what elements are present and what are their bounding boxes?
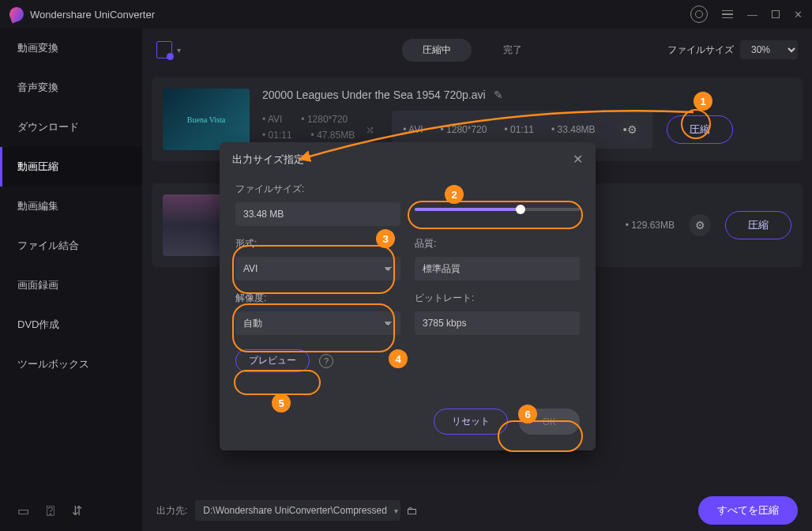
account-icon[interactable] (690, 6, 708, 23)
output-path-input[interactable] (195, 500, 400, 521)
file-name: 20000 Leagues Under the Sea 1954 720p.av… (262, 88, 486, 101)
tab-completed[interactable]: 完了 (503, 43, 522, 57)
close-icon[interactable]: ✕ (794, 9, 803, 21)
top-toolbar: ▾ 圧縮中 完了 ファイルサイズ 30% (142, 28, 812, 71)
minimize-icon[interactable]: — (747, 9, 757, 21)
out-res: 1280*720 (440, 124, 487, 135)
titlebar: Wondershare UniConverter — ✕ (0, 0, 812, 28)
filesize-select[interactable]: 30% (740, 40, 798, 59)
compress-button[interactable]: 圧縮 (667, 115, 733, 144)
resolution-select[interactable]: 自動 (235, 311, 400, 335)
quality-input[interactable] (415, 257, 580, 281)
edit-name-icon[interactable]: ✎ (494, 88, 503, 101)
sidebar-item-audio-convert[interactable]: 音声変換 (0, 68, 142, 107)
shuffle-icon: ⤭ (366, 124, 374, 136)
out-dur: 01:11 (504, 124, 534, 135)
compress-all-button[interactable]: すべてを圧縮 (698, 496, 798, 525)
app-title: Wondershare UniConverter (30, 9, 690, 21)
annotation-1: 1 (694, 92, 712, 111)
sidebar-item-video-convert[interactable]: 動画変換 (0, 28, 142, 68)
file-settings-icon[interactable]: ⚙ (689, 214, 711, 236)
filesize-label: ファイルサイズ (667, 43, 734, 57)
sidebar: 動画変換 音声変換 ダウンロード 動画圧縮 動画編集 ファイル結合 画面録画 D… (0, 28, 142, 531)
sidebar-item-screen-record[interactable]: 画面録画 (0, 266, 142, 305)
bitrate-input[interactable] (415, 311, 580, 335)
add-file-button[interactable] (156, 41, 172, 58)
sidebar-item-video-compress[interactable]: 動画圧縮 (0, 147, 142, 186)
out-size: 33.48MB (551, 124, 596, 135)
compress-button[interactable]: 圧縮 (725, 211, 791, 239)
maximize-icon[interactable] (772, 10, 780, 18)
src-size: 47.85MB (311, 130, 355, 141)
src-dur: 01:11 (262, 130, 292, 141)
out-format: AVI (403, 124, 423, 135)
filesize-field-label: ファイルサイズ: (235, 183, 400, 196)
output-dest-label: 出力先: (156, 504, 187, 518)
src-res: 1280*720 (301, 114, 348, 125)
open-folder-icon[interactable]: 🗀 (406, 504, 417, 517)
app-logo-icon (7, 5, 25, 23)
annotation-4: 4 (389, 349, 408, 368)
sidebar-item-download[interactable]: ダウンロード (0, 107, 142, 147)
help-icon[interactable]: ⍰ (47, 503, 55, 518)
filesize-slider[interactable] (415, 208, 580, 211)
add-file-dropdown-icon[interactable]: ▾ (177, 46, 181, 55)
sidebar-item-toolbox[interactable]: ツールボックス (0, 345, 142, 384)
annotation-5: 5 (272, 394, 291, 412)
annotation-3: 3 (376, 229, 395, 248)
preview-button[interactable]: プレビュー (235, 349, 310, 372)
modal-title: 出力サイズ指定 (232, 153, 573, 167)
src-format: AVI (262, 114, 282, 125)
filesize-input[interactable] (235, 202, 400, 226)
tab-compressing[interactable]: 圧縮中 (402, 39, 472, 62)
file-settings-icon[interactable]: ⚙ (619, 119, 641, 141)
resolution-field-label: 解像度: (235, 292, 400, 305)
feedback-icon[interactable]: ⇵ (72, 503, 82, 518)
path-dropdown-icon[interactable]: ▾ (394, 507, 398, 515)
format-select[interactable]: AVI (235, 257, 400, 281)
out-size: 129.63MB (631, 220, 675, 231)
preview-help-icon[interactable]: ? (319, 354, 333, 368)
sidebar-item-video-edit[interactable]: 動画編集 (0, 186, 142, 226)
annotation-6: 6 (518, 405, 537, 424)
sidebar-item-dvd[interactable]: DVD作成 (0, 305, 142, 345)
sidebar-item-file-merge[interactable]: ファイル結合 (0, 226, 142, 266)
reset-button[interactable]: リセット (434, 409, 508, 435)
quality-field-label: 品質: (415, 237, 580, 250)
guide-icon[interactable]: ▭ (17, 503, 29, 518)
bottom-bar: 出力先: ▾ 🗀 すべてを圧縮 (142, 490, 812, 531)
file-thumbnail: Buena Vista (163, 88, 250, 150)
annotation-2: 2 (445, 185, 464, 204)
menu-icon[interactable] (722, 10, 733, 19)
modal-close-icon[interactable]: ✕ (573, 152, 583, 167)
bitrate-field-label: ビットレート: (415, 292, 580, 305)
